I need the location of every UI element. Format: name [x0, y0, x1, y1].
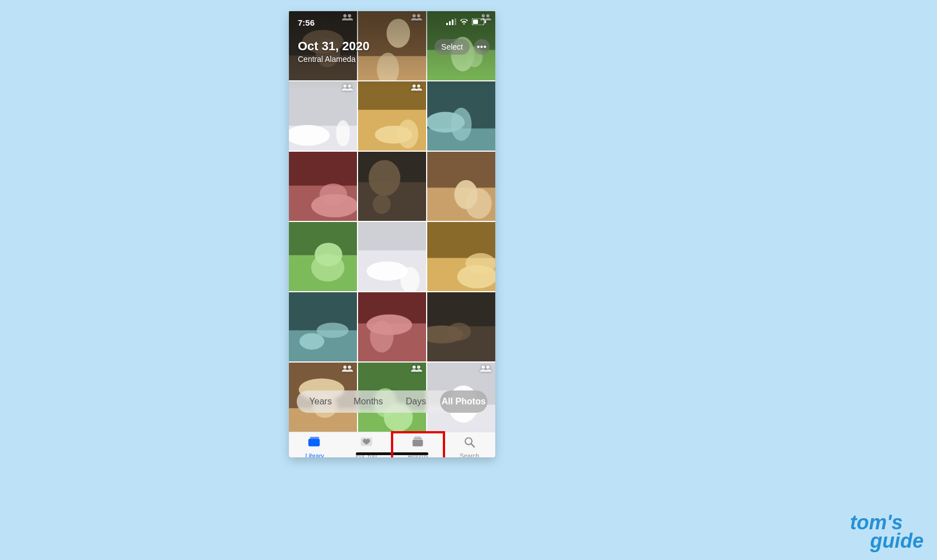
photo-thumbnail[interactable]: [427, 152, 495, 221]
people-indicator-icon: [341, 365, 354, 373]
segmented-option[interactable]: Years: [297, 390, 345, 413]
svg-rect-96: [310, 437, 320, 438]
svg-point-36: [417, 84, 421, 88]
svg-point-48: [373, 195, 390, 214]
svg-point-47: [369, 160, 400, 196]
svg-point-56: [311, 254, 345, 282]
svg-point-40: [451, 108, 471, 141]
svg-point-67: [300, 333, 325, 350]
svg-point-64: [465, 253, 495, 274]
svg-point-34: [398, 119, 418, 148]
library-actions: Select •••: [434, 39, 490, 55]
phone-frame: 7:56 Oct 31, 2020 Central Alameda Select: [289, 11, 495, 457]
svg-rect-1: [449, 21, 451, 25]
svg-rect-98: [413, 440, 423, 446]
search-icon: [462, 436, 477, 450]
svg-point-44: [320, 184, 347, 206]
svg-rect-100: [415, 437, 421, 438]
for-you-icon: [359, 436, 374, 450]
people-indicator-icon: [480, 365, 492, 373]
svg-rect-5: [473, 20, 478, 24]
svg-point-72: [370, 321, 393, 353]
svg-point-82: [348, 365, 351, 369]
svg-rect-99: [414, 438, 422, 439]
svg-point-87: [412, 365, 416, 369]
home-indicator[interactable]: [356, 452, 428, 455]
svg-point-52: [465, 189, 491, 219]
photo-thumbnail[interactable]: [289, 81, 357, 151]
photo-grid[interactable]: [289, 11, 495, 432]
watermark-logo: tom's guide: [850, 514, 924, 550]
library-scope-segmented[interactable]: YearsMonthsDaysAll Photos: [297, 390, 487, 413]
segmented-option[interactable]: All Photos: [440, 390, 488, 413]
svg-rect-3: [455, 18, 456, 25]
svg-line-102: [471, 444, 475, 447]
photo-thumbnail[interactable]: [427, 81, 495, 151]
people-indicator-icon: [410, 365, 423, 373]
photo-thumbnail[interactable]: [358, 292, 426, 361]
svg-point-30: [348, 84, 351, 88]
select-button-label: Select: [441, 42, 463, 51]
svg-point-35: [412, 84, 416, 88]
library-icon: [307, 436, 322, 450]
tab-label: Library: [305, 452, 324, 457]
svg-point-94: [486, 365, 490, 369]
svg-rect-2: [452, 20, 453, 25]
svg-rect-95: [308, 438, 320, 446]
status-bar: 7:56: [289, 11, 495, 33]
select-button[interactable]: Select: [434, 39, 470, 55]
status-time: 7:56: [298, 18, 315, 27]
library-location: Central Alameda: [298, 55, 369, 64]
albums-icon: [410, 436, 425, 450]
more-button[interactable]: •••: [474, 39, 490, 55]
status-indicators: [446, 17, 486, 27]
photo-thumbnail[interactable]: [358, 81, 426, 151]
photo-thumbnail[interactable]: [289, 292, 357, 361]
tab-label: Search: [460, 452, 479, 457]
segmented-option[interactable]: Days: [392, 390, 440, 413]
photo-thumbnail[interactable]: [427, 292, 495, 361]
segmented-option[interactable]: Months: [345, 390, 393, 413]
watermark-line2: guide: [850, 532, 924, 550]
tab-search[interactable]: Search: [444, 432, 496, 457]
photo-thumbnail[interactable]: [289, 152, 357, 221]
people-indicator-icon: [341, 84, 354, 91]
svg-point-81: [343, 365, 346, 369]
photo-thumbnail[interactable]: [289, 222, 357, 291]
svg-point-29: [343, 84, 346, 88]
photo-thumbnail[interactable]: [358, 222, 426, 291]
svg-point-76: [447, 323, 471, 341]
tab-library[interactable]: Library: [289, 432, 341, 457]
wifi-icon: [460, 17, 468, 27]
photo-thumbnail[interactable]: [358, 152, 426, 221]
people-indicator-icon: [410, 84, 423, 91]
svg-rect-0: [446, 23, 448, 25]
svg-point-68: [317, 323, 349, 338]
svg-point-88: [417, 365, 421, 369]
library-date: Oct 31, 2020: [298, 39, 369, 54]
photo-thumbnail[interactable]: [427, 222, 495, 291]
svg-rect-6: [485, 21, 486, 23]
photos-app-screen: 7:56 Oct 31, 2020 Central Alameda Select: [289, 11, 495, 457]
library-header: Oct 31, 2020 Central Alameda: [298, 39, 369, 64]
battery-icon: [472, 17, 486, 27]
cellular-icon: [446, 17, 456, 27]
svg-point-28: [336, 120, 350, 146]
svg-point-93: [481, 365, 485, 369]
